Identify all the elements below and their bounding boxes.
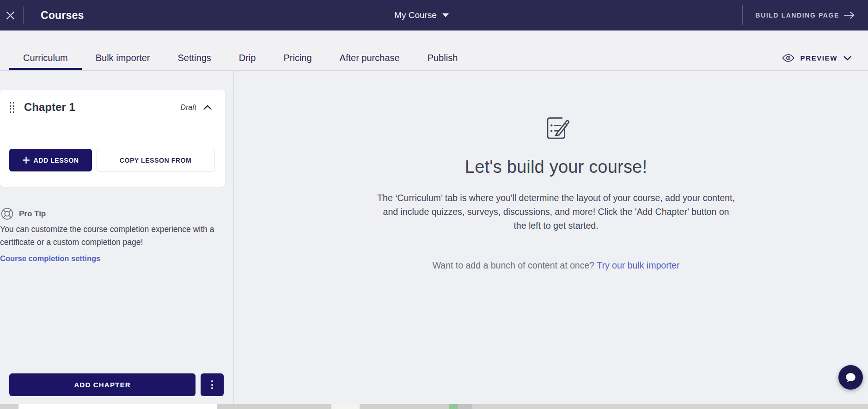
bottom-edge-strip bbox=[0, 404, 868, 409]
chapter-card: Chapter 1 Draft ADD LESSON COPY LESSON F… bbox=[0, 90, 225, 187]
pro-tip-header: Pro Tip bbox=[1, 208, 46, 220]
plus-icon bbox=[23, 157, 30, 164]
chapter-status-badge: Draft bbox=[180, 104, 196, 112]
copy-lesson-from-button[interactable]: COPY LESSON FROM bbox=[97, 149, 214, 171]
empty-state-description: The ‘Curriculum’ tab is where you'll det… bbox=[376, 191, 736, 232]
chevron-down-icon bbox=[844, 56, 851, 61]
top-header: Courses My Course BUILD LANDING PAGE bbox=[0, 0, 868, 31]
add-lesson-button[interactable]: ADD LESSON bbox=[9, 149, 92, 171]
copy-lesson-from-label: COPY LESSON FROM bbox=[120, 157, 192, 164]
tab-drip[interactable]: Drip bbox=[225, 31, 270, 70]
tabs: Curriculum Bulk importer Settings Drip P… bbox=[9, 31, 471, 70]
pro-tip-label: Pro Tip bbox=[19, 209, 46, 219]
course-tab-bar: Curriculum Bulk importer Settings Drip P… bbox=[0, 31, 868, 71]
page-title: Courses bbox=[41, 9, 84, 22]
curriculum-empty-state: Let's build your course! The ‘Curriculum… bbox=[234, 71, 868, 404]
chapter-title: Chapter 1 bbox=[24, 101, 75, 114]
tab-bulk-importer[interactable]: Bulk importer bbox=[82, 31, 164, 70]
strip-segment bbox=[458, 404, 472, 409]
header-divider bbox=[23, 6, 24, 24]
bulk-prompt-text: Want to add a bunch of content at once? bbox=[433, 260, 597, 270]
strip-segment bbox=[331, 404, 360, 409]
close-icon bbox=[6, 11, 15, 20]
strip-segment bbox=[360, 404, 449, 409]
curriculum-sidebar: Chapter 1 Draft ADD LESSON COPY LESSON F… bbox=[0, 71, 234, 404]
course-selector-label: My Course bbox=[394, 10, 437, 20]
add-chapter-button[interactable]: ADD CHAPTER bbox=[9, 373, 196, 396]
eye-icon bbox=[782, 54, 795, 62]
tab-after-purchase[interactable]: After purchase bbox=[326, 31, 414, 70]
header-right: BUILD LANDING PAGE bbox=[742, 0, 855, 31]
preview-button[interactable]: PREVIEW bbox=[782, 31, 851, 70]
bulk-importer-link[interactable]: Try our bulk importer bbox=[597, 260, 679, 270]
strip-segment bbox=[0, 404, 18, 409]
header-divider bbox=[742, 5, 743, 25]
tab-settings[interactable]: Settings bbox=[164, 31, 225, 70]
strip-segment bbox=[449, 404, 458, 409]
strip-segment bbox=[472, 404, 868, 409]
strip-segment[interactable] bbox=[18, 404, 217, 409]
chapter-menu-button[interactable] bbox=[201, 373, 224, 396]
preview-label: PREVIEW bbox=[801, 54, 837, 62]
chapter-collapse-button[interactable] bbox=[202, 103, 213, 113]
add-lesson-label: ADD LESSON bbox=[34, 157, 79, 164]
lifebuoy-icon bbox=[1, 208, 13, 220]
empty-state-heading: Let's build your course! bbox=[371, 157, 741, 177]
chat-widget-button[interactable] bbox=[838, 365, 863, 390]
add-chapter-label: ADD CHAPTER bbox=[74, 381, 130, 389]
course-completion-settings-link[interactable]: Course completion settings bbox=[0, 254, 100, 263]
bulk-importer-prompt: Want to add a bunch of content at once? … bbox=[371, 260, 741, 271]
close-button[interactable] bbox=[0, 0, 20, 31]
notes-and-pencil-icon bbox=[542, 114, 570, 142]
chat-bubble-icon bbox=[844, 371, 857, 384]
build-landing-page-label: BUILD LANDING PAGE bbox=[755, 12, 839, 19]
chevron-up-icon bbox=[203, 105, 212, 110]
caret-down-icon bbox=[442, 13, 449, 17]
course-selector-dropdown[interactable]: My Course bbox=[394, 10, 449, 20]
build-landing-page-button[interactable]: BUILD LANDING PAGE bbox=[755, 12, 855, 19]
course-builder-page: Courses My Course BUILD LANDING PAGE Cur… bbox=[0, 0, 868, 409]
drag-handle-icon[interactable] bbox=[10, 102, 14, 113]
tab-curriculum[interactable]: Curriculum bbox=[9, 31, 82, 70]
empty-state-column: Let's build your course! The ‘Curriculum… bbox=[371, 71, 741, 271]
strip-segment bbox=[217, 404, 331, 409]
arrow-right-icon bbox=[844, 12, 855, 19]
pro-tip-text: You can customize the course completion … bbox=[0, 223, 223, 249]
tab-pricing[interactable]: Pricing bbox=[269, 31, 325, 70]
tab-publish[interactable]: Publish bbox=[414, 31, 472, 70]
kebab-icon bbox=[211, 380, 213, 382]
